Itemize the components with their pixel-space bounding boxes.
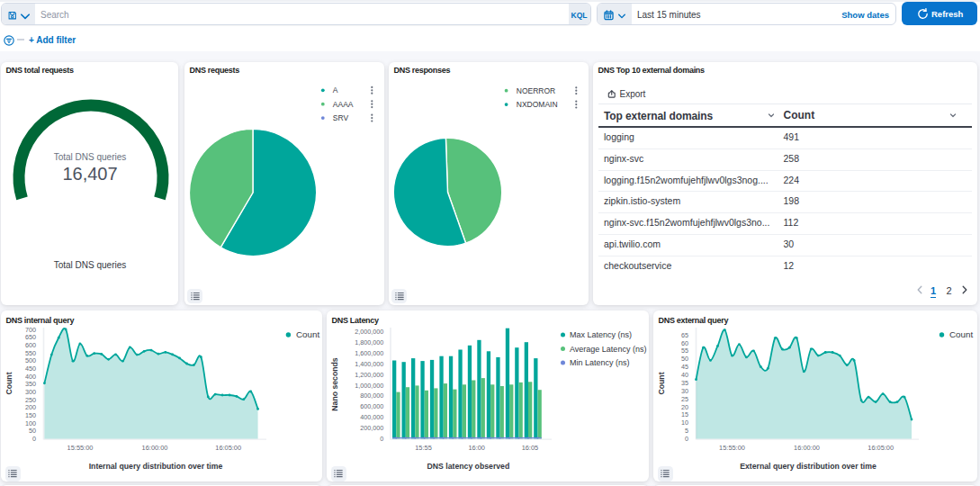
svg-text:450: 450 <box>25 364 36 373</box>
svg-text:Internal query distribution ov: Internal query distribution over time <box>89 462 223 471</box>
svg-text:0: 0 <box>380 435 383 443</box>
svg-text:Average Latency (ns): Average Latency (ns) <box>570 345 646 354</box>
svg-text:60: 60 <box>681 339 688 347</box>
svg-text:SRV: SRV <box>333 113 349 122</box>
svg-text:250: 250 <box>25 396 36 404</box>
svg-text:20: 20 <box>681 403 688 411</box>
svg-text:Min Latency (ns): Min Latency (ns) <box>570 358 630 367</box>
svg-text:700: 700 <box>25 326 36 334</box>
svg-text:1,400,000: 1,400,000 <box>355 360 383 368</box>
svg-text:A: A <box>333 86 338 94</box>
svg-text:Total DNS queries: Total DNS queries <box>54 260 127 270</box>
svg-text:1,200,000: 1,200,000 <box>355 371 383 379</box>
svg-text:16:00:00: 16:00:00 <box>794 444 820 452</box>
svg-text:Count: Count <box>296 329 319 339</box>
svg-text:Nano seconds: Nano seconds <box>330 357 339 411</box>
svg-text:100: 100 <box>25 419 36 428</box>
svg-text:550: 550 <box>25 349 36 357</box>
svg-text:15:55:00: 15:55:00 <box>719 444 745 452</box>
svg-text:16:05:00: 16:05:00 <box>868 444 894 452</box>
svg-text:400: 400 <box>25 373 36 381</box>
svg-text:50: 50 <box>681 355 688 363</box>
svg-text:AAAA: AAAA <box>333 100 354 109</box>
svg-text:600: 600 <box>25 341 36 349</box>
svg-text:DNS latency observed: DNS latency observed <box>427 462 510 471</box>
svg-text:150: 150 <box>25 411 36 419</box>
svg-text:55: 55 <box>681 346 688 355</box>
svg-text:External query distribution ov: External query distribution over time <box>740 462 877 471</box>
svg-text:Total DNS queries: Total DNS queries <box>54 152 127 162</box>
svg-text:15: 15 <box>681 410 688 418</box>
svg-text:16:05:00: 16:05:00 <box>215 444 241 452</box>
svg-text:5: 5 <box>685 427 688 435</box>
svg-text:NOERROR: NOERROR <box>517 86 555 95</box>
svg-text:65: 65 <box>681 331 688 339</box>
svg-text:0: 0 <box>685 435 688 443</box>
svg-text:650: 650 <box>25 333 36 341</box>
svg-text:1,800,000: 1,800,000 <box>355 338 383 346</box>
svg-text:30: 30 <box>681 387 688 395</box>
svg-text:Count: Count <box>4 372 13 394</box>
svg-text:400,000: 400,000 <box>360 413 383 421</box>
svg-text:16:00:00: 16:00:00 <box>142 444 168 452</box>
svg-text:10: 10 <box>681 418 688 427</box>
svg-text:45: 45 <box>681 363 688 371</box>
svg-text:2,000,000: 2,000,000 <box>355 328 383 336</box>
svg-text:NXDOMAIN: NXDOMAIN <box>517 100 558 109</box>
svg-text:0: 0 <box>32 435 36 443</box>
svg-text:200: 200 <box>25 403 36 411</box>
svg-text:25: 25 <box>681 395 688 403</box>
svg-text:15:55:00: 15:55:00 <box>67 444 94 452</box>
svg-text:1,600,000: 1,600,000 <box>355 349 383 357</box>
svg-text:600,000: 600,000 <box>360 402 383 410</box>
svg-text:350: 350 <box>25 380 36 388</box>
svg-text:800,000: 800,000 <box>360 392 383 400</box>
svg-text:15:55: 15:55 <box>415 444 432 452</box>
svg-text:200,000: 200,000 <box>360 424 383 432</box>
svg-text:1,000,000: 1,000,000 <box>355 382 383 390</box>
svg-text:50: 50 <box>29 427 36 435</box>
svg-text:Count: Count <box>949 329 973 339</box>
svg-text:35: 35 <box>681 379 688 387</box>
svg-text:16:00: 16:00 <box>468 444 485 452</box>
svg-text:300: 300 <box>25 388 36 396</box>
svg-text:16:05: 16:05 <box>522 444 539 452</box>
svg-text:16,407: 16,407 <box>62 164 117 184</box>
svg-text:Max Latency (ns): Max Latency (ns) <box>570 330 632 339</box>
svg-text:Count: Count <box>657 372 666 394</box>
svg-text:500: 500 <box>25 356 36 364</box>
svg-text:40: 40 <box>681 371 688 379</box>
